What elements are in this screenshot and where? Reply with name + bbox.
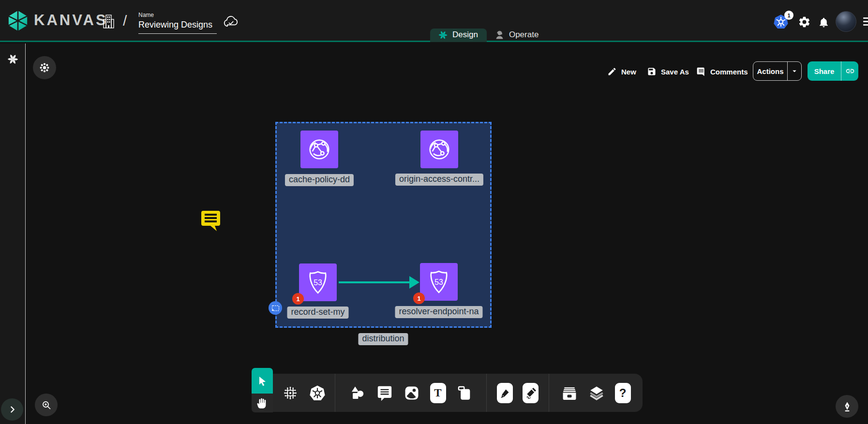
- route53-shield-icon: 53: [426, 269, 452, 295]
- route53-text: 53: [434, 278, 443, 286]
- tab-design-label: Design: [452, 30, 478, 40]
- save-as-button[interactable]: Save As: [647, 66, 689, 77]
- annotation-tools-group: T: [335, 374, 486, 412]
- kubernetes-context-button[interactable]: 1: [773, 14, 789, 29]
- comment-icon: [696, 67, 706, 76]
- pencil-icon: [607, 67, 617, 76]
- bottom-toolbar: T: [273, 374, 643, 412]
- design-name-block: Name Reviewing Designs: [138, 12, 217, 34]
- new-button[interactable]: New: [607, 66, 636, 77]
- share-button[interactable]: Share: [808, 61, 858, 81]
- chevron-down-icon: [790, 67, 799, 75]
- infra-tools-group: [273, 374, 335, 412]
- kubernetes-count-badge: 1: [784, 11, 793, 20]
- edge-arrowhead: [409, 276, 419, 289]
- sticky-note-icon: [456, 385, 473, 401]
- pen-path-icon: [499, 387, 511, 399]
- label-origin-access[interactable]: origin-access-contr...: [395, 174, 483, 186]
- comment-tool[interactable]: [376, 384, 393, 402]
- shapes-tool[interactable]: [349, 384, 366, 402]
- actions-button[interactable]: Actions: [753, 61, 802, 81]
- layers-icon: [588, 385, 605, 401]
- image-icon: [404, 385, 420, 401]
- edge-record-to-resolver[interactable]: [339, 281, 409, 283]
- user-avatar[interactable]: [836, 11, 856, 32]
- note-tool[interactable]: [456, 384, 473, 402]
- drawer-icon: [561, 385, 578, 401]
- flower-gear-icon: [39, 62, 50, 73]
- save-as-label: Save As: [661, 68, 689, 76]
- cloud-saved-icon: [223, 15, 239, 28]
- breadcrumb-separator: /: [123, 13, 127, 29]
- meshery-swirl-icon[interactable]: [7, 53, 19, 65]
- pencil-draw-tool[interactable]: [523, 383, 539, 403]
- copy-link-button[interactable]: [841, 61, 858, 81]
- pan-tool[interactable]: [252, 394, 273, 412]
- text-tool[interactable]: T: [430, 383, 446, 403]
- group-selection-badge[interactable]: [269, 301, 282, 315]
- operate-person-icon: [494, 30, 505, 40]
- text-tool-glyph: T: [434, 387, 441, 399]
- kubernetes-wheel-icon: [309, 385, 326, 401]
- help-tool[interactable]: ?: [615, 383, 631, 403]
- pen-path-tool[interactable]: [497, 383, 513, 403]
- drawing-tools-group: [487, 374, 549, 412]
- saved-designs-tool[interactable]: [561, 384, 578, 402]
- pencil-squiggle-icon: [525, 387, 537, 399]
- label-record-set[interactable]: record-set-my: [287, 307, 348, 319]
- help-glyph: ?: [619, 386, 627, 400]
- image-tool[interactable]: [403, 384, 420, 402]
- label-resolver-endpoint[interactable]: resolver-endpoint-na: [395, 306, 482, 318]
- pointer-tool-column: [252, 368, 273, 412]
- comments-label: Comments: [710, 68, 748, 76]
- label-cache-policy[interactable]: cache-policy-dd: [285, 174, 354, 186]
- settings-gear-icon[interactable]: [798, 15, 811, 29]
- tab-operate[interactable]: Operate: [487, 29, 547, 42]
- components-tool[interactable]: [282, 384, 299, 402]
- select-tool[interactable]: [252, 368, 273, 394]
- menu-icon[interactable]: [863, 17, 868, 28]
- notifications-bell-icon[interactable]: [818, 16, 830, 29]
- hand-icon: [256, 397, 269, 409]
- record-set-count-badge[interactable]: 1: [292, 293, 304, 305]
- label-distribution-group[interactable]: distribution: [358, 333, 408, 345]
- expand-sidebar-button[interactable]: [1, 398, 23, 421]
- actions-dropdown[interactable]: [787, 62, 801, 80]
- canvas-settings-button[interactable]: [33, 56, 56, 79]
- comments-button[interactable]: Comments: [696, 66, 748, 77]
- save-icon: [647, 67, 657, 76]
- design-name-input[interactable]: Reviewing Designs: [138, 20, 217, 34]
- share-label: Share: [808, 61, 841, 81]
- link-icon: [845, 66, 855, 76]
- dashed-rect-icon: [271, 305, 280, 311]
- cursor-arrow-icon: [256, 375, 268, 387]
- header-bar: KANVAS / Name Reviewing Designs: [0, 0, 868, 42]
- chip-icon: [282, 385, 299, 401]
- layers-tool[interactable]: [588, 384, 605, 402]
- node-cache-policy[interactable]: [300, 131, 338, 168]
- shapes-icon: [349, 385, 366, 401]
- name-label: Name: [138, 12, 217, 18]
- kubernetes-tool[interactable]: [309, 384, 326, 402]
- node-origin-access[interactable]: [420, 131, 458, 168]
- kanvas-logo-icon[interactable]: [7, 10, 29, 32]
- pen-mode-button[interactable]: [836, 395, 858, 418]
- tab-design[interactable]: Design: [430, 29, 487, 42]
- chevron-right-icon: [7, 404, 17, 415]
- comment-marker-icon[interactable]: [200, 209, 222, 232]
- node-resolver-endpoint[interactable]: 53: [420, 263, 458, 301]
- node-record-set[interactable]: 53: [299, 263, 337, 301]
- route53-shield-icon: 53: [305, 269, 331, 295]
- tab-operate-label: Operate: [509, 30, 539, 40]
- cloudfront-globe-icon: [426, 136, 452, 162]
- kanvas-app: KANVAS / Name Reviewing Designs: [0, 0, 868, 424]
- route53-text: 53: [314, 278, 322, 287]
- actions-label: Actions: [753, 62, 787, 80]
- organization-icon[interactable]: [102, 14, 115, 29]
- new-label: New: [621, 68, 636, 76]
- comment-bubble-icon: [376, 385, 393, 401]
- resolver-count-badge[interactable]: 1: [413, 292, 425, 304]
- zoom-button[interactable]: [35, 394, 58, 416]
- pen-nib-icon: [841, 401, 853, 412]
- cloudfront-globe-icon: [306, 136, 332, 162]
